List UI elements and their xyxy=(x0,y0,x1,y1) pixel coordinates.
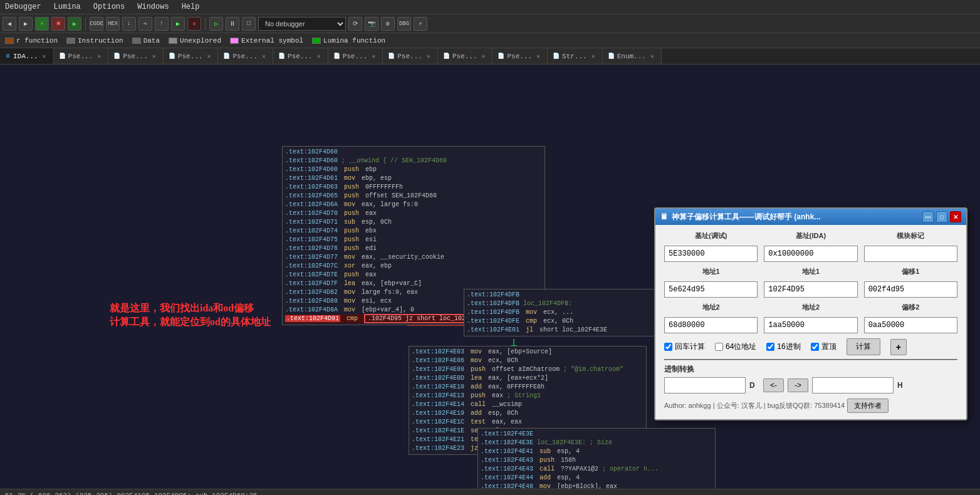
code-line: .text:102F4E43 call ??YAPAX1@2 ; operato… xyxy=(481,465,712,474)
dialog-convert-h-input[interactable] xyxy=(812,377,894,393)
dialog-calc-btn[interactable]: 计算 xyxy=(847,338,880,355)
dialog-plus-btn[interactable]: + xyxy=(890,339,907,355)
legend-r-function: r function xyxy=(5,37,58,44)
menu-item-options[interactable]: Options xyxy=(91,1,127,13)
tab-pse-3-label: Pse... xyxy=(178,53,203,60)
toolbar-btn-connect[interactable]: ⟳ xyxy=(348,17,362,31)
dialog-col-addr1-ida-input xyxy=(764,281,857,298)
dialog-addr2-debug-input[interactable] xyxy=(664,317,758,333)
dialog-module-input[interactable] xyxy=(864,246,957,262)
tab-pse-8-label: Pse... xyxy=(452,53,477,60)
tab-enum-close[interactable]: ✕ xyxy=(649,53,656,60)
debugger-dropdown[interactable]: No debugger xyxy=(258,17,346,31)
tab-pse-6[interactable]: 📄 Pse... ✕ xyxy=(328,48,383,64)
tab-pse-4[interactable]: 📄 Pse... ✕ xyxy=(218,48,273,64)
toolbar-btn-fwd[interactable]: ▶ xyxy=(19,17,33,31)
toolbar-btn-stepout[interactable]: ↑ xyxy=(155,17,169,31)
dialog-convert-d-input[interactable] xyxy=(664,377,746,393)
tab-pse-8-close[interactable]: ✕ xyxy=(479,53,487,60)
dialog-base-ida-input[interactable] xyxy=(764,246,857,262)
menu-item-help[interactable]: Help xyxy=(179,1,202,13)
checkbox-64bit-label: 64位地址 xyxy=(726,341,756,352)
dialog-convert-left-btn[interactable]: <- xyxy=(763,378,784,392)
checkbox-reset[interactable] xyxy=(811,343,819,351)
checkbox-hex16-label: 16进制 xyxy=(777,341,800,352)
dialog-module-label: 模块标记 xyxy=(864,231,957,241)
toolbar-btn-hex[interactable]: HEX xyxy=(106,17,120,31)
tab-pse-4-close[interactable]: ✕ xyxy=(260,53,268,60)
toolbar-btn-x[interactable]: ✕ xyxy=(187,17,201,31)
tab-str-close[interactable]: ✕ xyxy=(590,53,597,60)
tab-pse-8[interactable]: 📄 Pse... ✕ xyxy=(438,48,493,64)
tab-pse-9-close[interactable]: ✕ xyxy=(534,53,542,60)
code-line: .text:102F4D60 ; __unwind { // SEH_102F4… xyxy=(285,157,542,165)
dialog-minimize-btn[interactable]: — xyxy=(922,211,934,222)
tab-pse-5[interactable]: 📄 Pse... ✕ xyxy=(273,48,328,64)
dialog-titlebar-buttons: — □ ✕ xyxy=(922,211,961,222)
legend-data: Data xyxy=(132,37,160,44)
checkbox-reset-item: 置顶 xyxy=(811,341,837,352)
toolbar-btn-stepover[interactable]: ↷ xyxy=(138,17,152,31)
dialog-addr2-debug-label: 地址2 xyxy=(664,303,758,312)
tab-enum[interactable]: 📄 Enum... ✕ xyxy=(603,48,662,64)
dialog-col-addr2-debug-input xyxy=(664,317,758,333)
toolbar-btn-home[interactable]: ⚡ xyxy=(35,17,49,31)
toolbar-btn-run[interactable]: ▶ xyxy=(68,17,81,31)
dialog-offset1-input[interactable] xyxy=(864,281,957,298)
toolbar-btn-code[interactable]: CODE xyxy=(90,17,103,31)
code-line: .text:102F4E13 push eax ; String1 xyxy=(412,392,644,400)
dialog-convert-row: D <- -> H xyxy=(664,377,957,393)
menu-item-lumina[interactable]: Lumina xyxy=(51,1,83,13)
code-line: .text:102F4D71 sub esp, 0Ch xyxy=(285,218,542,227)
tab-pse-2-close[interactable]: ✕ xyxy=(150,53,158,60)
tab-pse-3[interactable]: 📄 Pse... ✕ xyxy=(164,48,219,64)
toolbar-btn-back[interactable]: ◀ xyxy=(3,17,16,31)
tab-pse-5-close[interactable]: ✕ xyxy=(315,53,323,60)
toolbar-btn-step[interactable]: ↓ xyxy=(122,17,136,31)
tab-pse-1[interactable]: 📄 Pse... ✕ xyxy=(54,48,109,64)
flow-container: .text:102F4D60 .text:102F4D60 ; __unwind… xyxy=(0,65,980,489)
code-line: .text:102F4D7C xor eax, ebp xyxy=(285,262,542,271)
dialog-footer: Author: anhkgg | 公众号: 汉客儿 | bug反馈QQ群: 75… xyxy=(664,399,957,413)
checkbox-hex16[interactable] xyxy=(766,343,774,351)
dialog-convert-right-btn[interactable]: -> xyxy=(788,378,808,392)
legend-lumina: Lumina function xyxy=(312,37,385,44)
tab-pse-7[interactable]: 📄 Pse... ✕ xyxy=(383,48,438,64)
toolbar-btn-cfg[interactable]: ⚙ xyxy=(381,17,395,31)
tab-pse-6-close[interactable]: ✕ xyxy=(370,53,377,60)
tab-str[interactable]: 📄 Str... ✕ xyxy=(548,48,603,64)
toolbar-btn-play[interactable]: ▷ xyxy=(209,17,223,31)
dialog-maximize-btn[interactable]: □ xyxy=(936,211,947,222)
dialog-support-btn[interactable]: 支持作者 xyxy=(847,399,889,413)
tab-ida-close[interactable]: ✕ xyxy=(41,53,48,60)
toolbar-btn-square[interactable]: □ xyxy=(242,17,256,31)
code-line: .text:102F4E1C test eax, eax xyxy=(412,418,644,427)
checkbox-64bit[interactable] xyxy=(715,343,723,351)
dialog-addr2-ida-input[interactable] xyxy=(764,317,857,333)
toolbar-btn-stop[interactable]: ■ xyxy=(51,17,65,31)
tab-ida[interactable]: 🖥 IDA... ✕ xyxy=(0,48,54,64)
tab-pse-9[interactable]: 📄 Pse... ✕ xyxy=(493,48,548,64)
calculator-dialog: 🖩 神算子偏移计算工具——调试好帮手 (anhk... — □ ✕ 基址(调试) xyxy=(654,207,967,420)
tab-pse-5-label: Pse... xyxy=(288,53,313,60)
dialog-close-btn[interactable]: ✕ xyxy=(950,211,961,222)
dialog-inputs-row1 xyxy=(664,246,957,262)
toolbar-btn-snap[interactable]: 📷 xyxy=(365,17,378,31)
tab-pse-3-close[interactable]: ✕ xyxy=(205,53,212,60)
dialog-base-debug-input[interactable] xyxy=(664,246,758,262)
tab-pse-1-close[interactable]: ✕ xyxy=(95,53,103,60)
toolbar-btn-dbg3[interactable]: ⚡ xyxy=(414,17,427,31)
menu-item-debugger[interactable]: Debugger xyxy=(3,1,44,13)
legend-label-unexplored: Unexplored xyxy=(180,37,221,44)
dialog-offset2-input[interactable] xyxy=(864,317,957,333)
toolbar: ◀ ▶ ⚡ ■ ▶ CODE HEX ↓ ↷ ↑ ▶ ✕ ▷ ⏸ □ No de… xyxy=(0,14,980,33)
dialog-addr1-debug-input[interactable] xyxy=(664,281,758,298)
tab-pse-7-close[interactable]: ✕ xyxy=(425,53,432,60)
toolbar-btn-pause[interactable]: ⏸ xyxy=(226,17,239,31)
toolbar-btn-run2[interactable]: ▶ xyxy=(171,17,185,31)
dialog-addr1-ida-input[interactable] xyxy=(764,281,857,298)
tab-pse-2[interactable]: 📄 Pse... ✕ xyxy=(108,48,164,64)
checkbox-roundtrip[interactable] xyxy=(664,343,672,351)
toolbar-btn-dbg2[interactable]: DBG xyxy=(397,17,411,31)
menu-item-windows[interactable]: Windows xyxy=(135,1,171,13)
